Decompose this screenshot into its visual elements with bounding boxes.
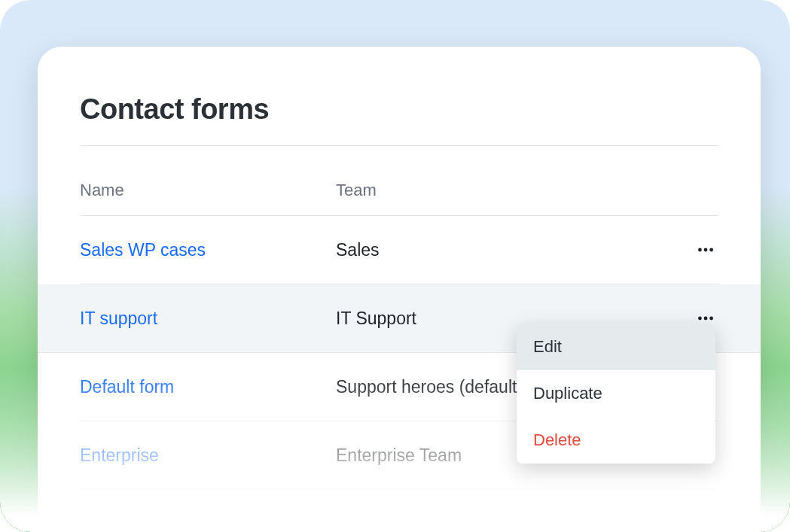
forms-table: Name Team Sales WP cases Sales	[80, 181, 718, 490]
form-name-link[interactable]: Sales WP cases	[80, 240, 206, 260]
form-name-link[interactable]: IT support	[80, 309, 157, 328]
form-name-link[interactable]: Default form	[80, 377, 174, 397]
content-card: Contact forms Name Team Sales WP cases S…	[38, 47, 761, 532]
svg-point-5	[709, 317, 713, 321]
more-actions-button[interactable]	[693, 237, 718, 263]
menu-item-delete[interactable]: Delete	[517, 417, 715, 464]
table-header: Name Team	[80, 181, 718, 216]
svg-point-4	[704, 317, 708, 321]
column-header-team: Team	[336, 181, 377, 199]
form-name-link[interactable]: Enterprise	[80, 445, 159, 465]
table-row: Sales WP cases Sales	[80, 216, 718, 284]
team-cell: Sales	[336, 240, 380, 260]
svg-point-3	[698, 317, 702, 321]
table-row: IT support IT Support Edit Duplicate Del…	[38, 284, 761, 353]
svg-point-2	[709, 248, 713, 252]
more-horizontal-icon	[696, 240, 715, 260]
svg-point-0	[698, 248, 702, 252]
page-title: Contact forms	[80, 93, 718, 126]
menu-item-duplicate[interactable]: Duplicate	[517, 370, 715, 417]
title-divider	[80, 145, 718, 146]
backdrop: Contact forms Name Team Sales WP cases S…	[0, 0, 790, 532]
team-cell: IT Support	[336, 309, 416, 328]
team-cell: Enterprise Team	[336, 445, 462, 465]
column-header-name: Name	[80, 181, 124, 199]
context-menu: Edit Duplicate Delete	[517, 324, 715, 464]
menu-item-edit[interactable]: Edit	[517, 324, 715, 370]
svg-point-1	[704, 248, 708, 252]
team-cell: Support heroes (default)	[336, 377, 523, 397]
